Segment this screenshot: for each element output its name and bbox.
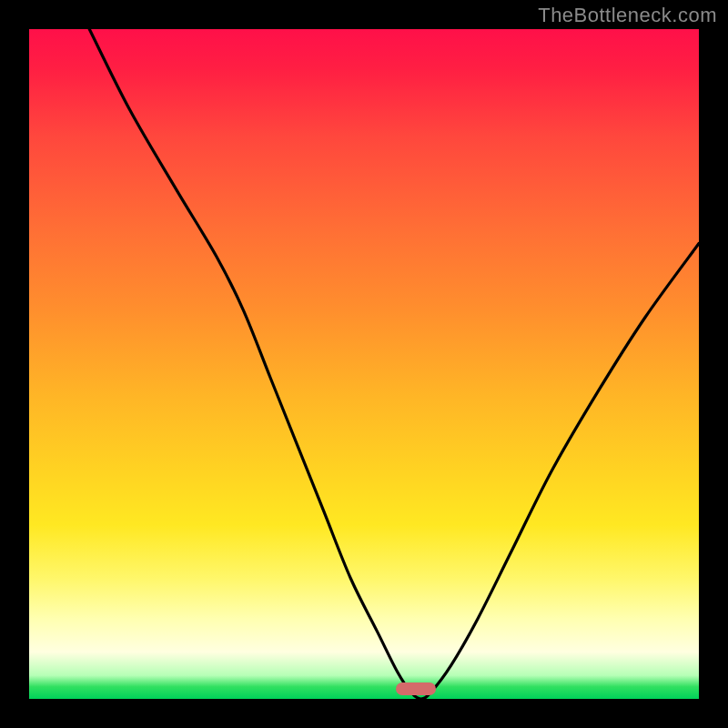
watermark-text: TheBottleneck.com — [538, 4, 717, 27]
bottleneck-curve — [29, 29, 699, 699]
plot-area — [29, 29, 699, 699]
optimum-marker — [396, 682, 436, 695]
chart-frame: TheBottleneck.com — [0, 0, 728, 728]
